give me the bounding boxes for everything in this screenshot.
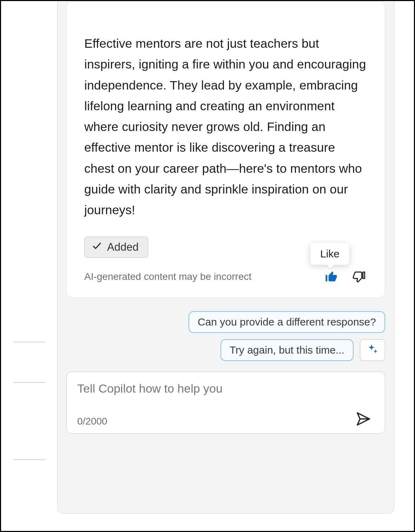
sparkle-icon: [367, 343, 378, 356]
ai-disclaimer: AI-generated content may be incorrect: [84, 271, 251, 282]
assistant-message-text: Effective mentors are not just teachers …: [84, 33, 367, 221]
suggestion-different-response[interactable]: Can you provide a different response?: [189, 311, 385, 333]
app-frame: Effective mentors are not just teachers …: [7, 1, 410, 524]
message-footer: AI-generated content may be incorrect Li…: [84, 268, 367, 285]
suggestion-try-again[interactable]: Try again, but this time...: [220, 339, 354, 361]
composer-input[interactable]: [77, 382, 374, 395]
added-label: Added: [107, 241, 139, 254]
send-icon: [355, 411, 371, 427]
assistant-message-card: Effective mentors are not just teachers …: [66, 1, 385, 298]
check-icon: [92, 241, 102, 254]
send-button[interactable]: [355, 409, 374, 427]
dislike-button[interactable]: [350, 268, 367, 285]
thumbs-down-icon: [352, 270, 366, 284]
char-count: 0/2000: [77, 416, 107, 427]
suggestion-chips: Can you provide a different response? Tr…: [66, 311, 385, 361]
copilot-panel: Effective mentors are not just teachers …: [57, 0, 394, 514]
sparkle-button[interactable]: [360, 339, 385, 361]
feedback-group: Like: [323, 268, 367, 285]
composer: 0/2000: [66, 372, 385, 434]
like-tooltip: Like: [310, 243, 349, 265]
added-badge[interactable]: Added: [84, 237, 148, 258]
